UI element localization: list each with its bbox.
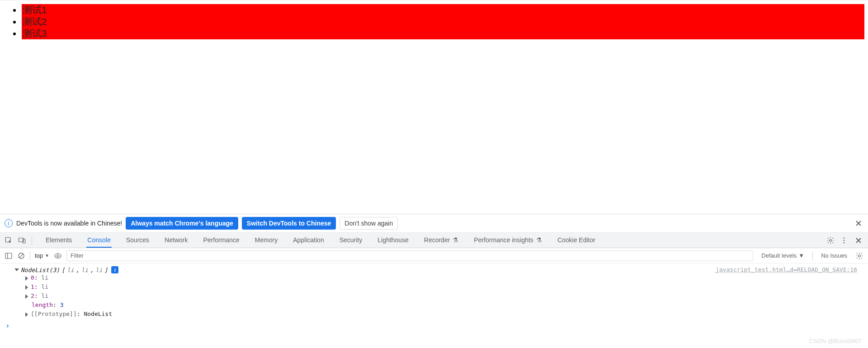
tab-recorder[interactable]: Recorder⚗ bbox=[423, 233, 460, 248]
header-el: li bbox=[95, 267, 103, 273]
context-label: top bbox=[35, 252, 43, 259]
svg-point-6 bbox=[844, 242, 845, 243]
tab-label: Performance bbox=[203, 236, 239, 244]
console-toolbar: top ▼ Filter Default levels ▼ No Issues bbox=[0, 248, 868, 263]
chevron-down-icon: ▼ bbox=[45, 253, 49, 258]
tab-label: Recorder bbox=[424, 236, 450, 244]
entry-key: 1 bbox=[31, 283, 34, 290]
more-icon[interactable] bbox=[840, 236, 848, 245]
page-viewport: 测试1 测试2 测试3 bbox=[0, 0, 868, 43]
tab-label: Console bbox=[87, 236, 110, 244]
caret-down-icon[interactable] bbox=[14, 268, 19, 271]
nodelist-entry[interactable]: 2: li bbox=[2, 292, 716, 301]
close-devtools-icon[interactable] bbox=[854, 235, 863, 245]
entry-value: li bbox=[41, 274, 48, 281]
element-picker-icon[interactable] bbox=[5, 236, 13, 245]
tab-performance-insights[interactable]: Performance insights⚗ bbox=[473, 233, 543, 248]
issues-count[interactable]: No Issues bbox=[817, 252, 851, 259]
proto-label: [[Prototype]] bbox=[31, 310, 77, 317]
nodelist-header[interactable]: NodeList(3) [ li, li, li ] i bbox=[2, 266, 716, 273]
live-expression-icon[interactable] bbox=[54, 252, 62, 260]
caret-right-icon[interactable] bbox=[25, 312, 28, 317]
tab-label: Cookie Editor bbox=[557, 236, 595, 244]
caret-right-icon[interactable] bbox=[25, 276, 28, 281]
svg-rect-2 bbox=[23, 239, 25, 243]
tab-sources[interactable]: Sources bbox=[125, 233, 150, 248]
svg-point-4 bbox=[844, 237, 845, 239]
test-list: 测试1 测试2 测试3 bbox=[4, 4, 864, 39]
settings-icon[interactable] bbox=[826, 236, 835, 245]
tabbar-leading bbox=[0, 233, 37, 248]
entry-value: li bbox=[41, 283, 48, 290]
tab-label: Memory bbox=[255, 236, 278, 244]
log-levels-dropdown[interactable]: Default levels ▼ bbox=[758, 252, 808, 259]
flask-icon: ⚗ bbox=[453, 236, 458, 244]
tab-elements[interactable]: Elements bbox=[45, 233, 73, 248]
caret-right-icon[interactable] bbox=[25, 285, 28, 290]
toggle-sidebar-icon[interactable] bbox=[5, 252, 13, 260]
proto-value: NodeList bbox=[84, 310, 112, 317]
devtools-tabbar: Elements Console Sources Network Perform… bbox=[0, 233, 868, 248]
tab-application[interactable]: Application bbox=[292, 233, 325, 248]
devtools-tabs: Elements Console Sources Network Perform… bbox=[37, 233, 822, 248]
tab-label: Network bbox=[165, 236, 188, 244]
svg-point-12 bbox=[859, 254, 861, 257]
divider bbox=[812, 251, 813, 260]
filter-input[interactable]: Filter bbox=[66, 250, 753, 261]
info-badge-icon[interactable]: i bbox=[111, 266, 118, 273]
infobar-message: DevTools is now available in Chinese! bbox=[16, 220, 122, 227]
bracket-open: [ bbox=[61, 267, 65, 273]
tab-label: Security bbox=[340, 236, 363, 244]
log-row: NodeList(3) [ li, li, li ] i 0: li 1: li… bbox=[2, 266, 866, 319]
length-value: 3 bbox=[60, 301, 64, 308]
nodelist-type: NodeList(3) bbox=[21, 267, 60, 273]
svg-point-11 bbox=[57, 254, 59, 257]
entry-key: 2 bbox=[31, 292, 34, 299]
tab-label: Application bbox=[293, 236, 324, 244]
dismiss-button[interactable]: Don't show again bbox=[340, 217, 398, 230]
entry-value: li bbox=[41, 292, 48, 299]
nodelist-proto[interactable]: [[Prototype]]: NodeList bbox=[2, 310, 716, 319]
devtools-panel: i DevTools is now available in Chinese! … bbox=[0, 214, 868, 348]
context-picker[interactable]: top ▼ bbox=[35, 252, 49, 259]
nodelist-length: length: 3 bbox=[2, 301, 716, 310]
list-item: 测试1 bbox=[22, 4, 864, 16]
device-toggle-icon[interactable] bbox=[18, 236, 26, 245]
divider bbox=[32, 236, 32, 245]
nodelist-entry[interactable]: 0: li bbox=[2, 273, 716, 282]
info-icon: i bbox=[5, 219, 13, 227]
svg-line-10 bbox=[19, 254, 23, 257]
header-el: li bbox=[67, 267, 74, 273]
switch-language-button[interactable]: Switch DevTools to Chinese bbox=[242, 217, 336, 230]
tab-cookie-editor[interactable]: Cookie Editor bbox=[557, 233, 596, 248]
close-icon[interactable] bbox=[854, 218, 863, 228]
watermark: CSDN @Bulut0907 bbox=[809, 338, 862, 344]
log-main: NodeList(3) [ li, li, li ] i 0: li 1: li… bbox=[2, 266, 716, 319]
devtools-infobar: i DevTools is now available in Chinese! … bbox=[0, 214, 868, 233]
tab-label: Performance insights bbox=[474, 236, 533, 244]
tab-network[interactable]: Network bbox=[164, 233, 189, 248]
bracket-close: ] bbox=[104, 267, 108, 273]
caret-right-icon[interactable] bbox=[25, 294, 28, 299]
list-item: 测试3 bbox=[22, 28, 864, 39]
comma: , bbox=[76, 267, 80, 273]
filter-placeholder: Filter bbox=[71, 252, 84, 259]
header-el: li bbox=[81, 267, 88, 273]
list-item: 测试2 bbox=[22, 16, 864, 28]
tab-security[interactable]: Security bbox=[339, 233, 363, 248]
svg-point-3 bbox=[830, 239, 832, 241]
match-language-button[interactable]: Always match Chrome's language bbox=[126, 217, 238, 230]
tab-lighthouse[interactable]: Lighthouse bbox=[377, 233, 410, 248]
length-label: length bbox=[32, 301, 53, 308]
nodelist-entry[interactable]: 1: li bbox=[2, 282, 716, 292]
log-source-link[interactable]: javascript_test.html…d=RELOAD_ON_SAVE:16 bbox=[716, 266, 866, 273]
tab-performance[interactable]: Performance bbox=[202, 233, 240, 248]
console-settings-icon[interactable] bbox=[855, 252, 863, 260]
clear-console-icon[interactable] bbox=[17, 252, 25, 260]
divider bbox=[30, 251, 30, 260]
tab-console[interactable]: Console bbox=[86, 233, 111, 248]
console-body: NodeList(3) [ li, li, li ] i 0: li 1: li… bbox=[0, 263, 868, 348]
tab-memory[interactable]: Memory bbox=[254, 233, 279, 248]
entry-key: 0 bbox=[31, 274, 34, 281]
console-prompt[interactable]: › bbox=[2, 319, 866, 330]
